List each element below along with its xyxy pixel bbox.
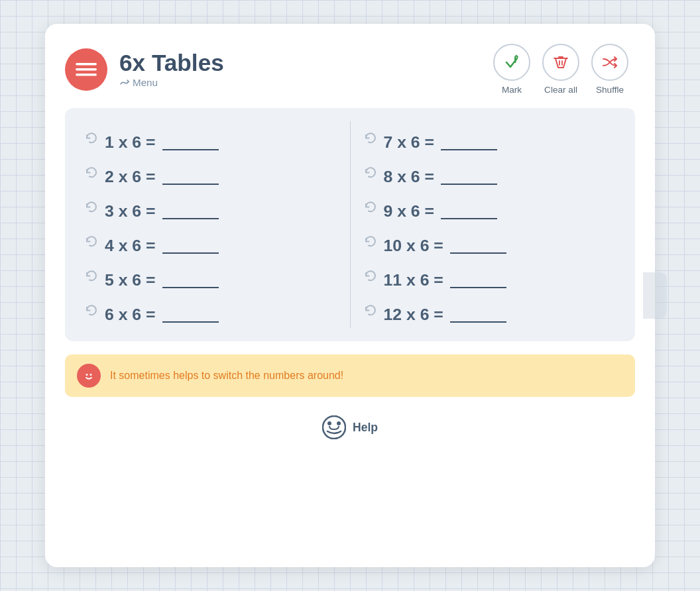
menu-link[interactable]: Menu (119, 77, 224, 88)
questions-area: 1 x 6 =2 x 6 =3 x 6 =4 x 6 =5 x 6 =6 x 6… (65, 108, 635, 341)
question-row: 10 x 6 = (364, 225, 616, 259)
svg-point-7 (323, 416, 345, 439)
shuffle-label: Shuffle (596, 85, 624, 95)
question-text: 7 x 6 = (384, 133, 435, 152)
question-row: 12 x 6 = (364, 294, 616, 328)
refresh-icon[interactable] (364, 235, 377, 251)
help-icon (322, 415, 346, 439)
answer-input[interactable] (441, 131, 497, 150)
clear-icon (552, 53, 570, 72)
refresh-icon[interactable] (85, 269, 98, 286)
question-text: 11 x 6 = (384, 271, 443, 290)
question-text: 5 x 6 = (105, 271, 156, 290)
smiley-icon (82, 368, 96, 383)
answer-input[interactable] (450, 303, 506, 323)
side-tab (643, 272, 667, 319)
refresh-icon[interactable] (85, 131, 98, 148)
svg-rect-2 (76, 74, 97, 76)
question-text: 6 x 6 = (105, 305, 156, 324)
svg-point-4 (82, 369, 95, 382)
question-text: 4 x 6 = (105, 237, 156, 255)
question-row: 11 x 6 = (364, 259, 616, 294)
tip-text: It sometimes helps to switch the numbers… (110, 370, 343, 382)
question-text: 12 x 6 = (384, 305, 443, 324)
clear-all-button[interactable]: Clear all (542, 44, 579, 95)
refresh-icon[interactable] (364, 269, 377, 286)
shuffle-button[interactable]: Shuffle (591, 44, 628, 95)
help-area[interactable]: Help (45, 415, 655, 439)
tip-bar: It sometimes helps to switch the numbers… (65, 354, 635, 397)
question-row: 1 x 6 = (85, 121, 337, 156)
refresh-icon[interactable] (364, 166, 377, 182)
question-text: 3 x 6 = (105, 202, 156, 221)
refresh-icon[interactable] (364, 303, 377, 320)
svg-rect-1 (76, 68, 97, 71)
question-text: 2 x 6 = (105, 168, 156, 186)
header-right: Mark Clear all (493, 44, 628, 95)
refresh-icon[interactable] (85, 303, 98, 320)
svg-rect-3 (514, 57, 516, 63)
question-row: 3 x 6 = (85, 190, 337, 225)
answer-input[interactable] (441, 165, 497, 185)
answer-input[interactable] (450, 234, 506, 254)
question-row: 5 x 6 = (85, 259, 337, 294)
svg-point-8 (327, 421, 331, 425)
answer-input[interactable] (162, 131, 219, 150)
question-row: 7 x 6 = (364, 121, 616, 156)
svg-point-5 (86, 374, 88, 376)
question-row: 2 x 6 = (85, 156, 337, 190)
question-text: 8 x 6 = (384, 168, 435, 186)
page-title: 6x Tables (119, 50, 224, 76)
question-text: 1 x 6 = (105, 133, 156, 152)
mark-label: Mark (502, 85, 522, 95)
header: 6x Tables Menu (45, 24, 655, 108)
refresh-icon[interactable] (85, 166, 98, 182)
question-text: 9 x 6 = (384, 202, 435, 221)
menu-link-label: Menu (133, 77, 158, 88)
menu-link-icon (119, 78, 130, 88)
answer-input[interactable] (162, 268, 219, 288)
mark-icon (503, 54, 520, 71)
clear-icon-circle (542, 44, 579, 81)
answer-input[interactable] (162, 234, 219, 254)
clear-label: Clear all (544, 85, 577, 95)
question-row: 6 x 6 = (85, 294, 337, 328)
main-card: 6x Tables Menu (45, 24, 655, 567)
answer-input[interactable] (162, 303, 219, 323)
refresh-icon[interactable] (85, 200, 98, 217)
help-label: Help (353, 421, 378, 435)
question-row: 8 x 6 = (364, 156, 616, 190)
left-column: 1 x 6 =2 x 6 =3 x 6 =4 x 6 =5 x 6 =6 x 6… (72, 121, 351, 328)
mark-icon-circle (493, 44, 530, 81)
menu-button[interactable] (65, 48, 107, 91)
refresh-icon[interactable] (85, 235, 98, 251)
answer-input[interactable] (162, 199, 219, 219)
svg-point-6 (90, 374, 92, 376)
question-text: 10 x 6 = (384, 237, 443, 255)
right-column: 7 x 6 =8 x 6 =9 x 6 =10 x 6 =11 x 6 =12 … (351, 121, 629, 328)
shuffle-icon-circle (591, 44, 628, 81)
tip-icon (77, 364, 101, 388)
answer-input[interactable] (162, 165, 219, 185)
refresh-icon[interactable] (364, 200, 377, 217)
title-block: 6x Tables Menu (119, 50, 224, 89)
shuffle-icon (601, 53, 619, 72)
svg-rect-0 (76, 63, 97, 66)
question-row: 4 x 6 = (85, 225, 337, 259)
mark-button[interactable]: Mark (493, 44, 530, 95)
header-left: 6x Tables Menu (65, 48, 224, 91)
svg-point-9 (337, 421, 341, 425)
answer-input[interactable] (450, 268, 506, 288)
answer-input[interactable] (441, 199, 497, 219)
question-row: 9 x 6 = (364, 190, 616, 225)
refresh-icon[interactable] (364, 131, 377, 148)
